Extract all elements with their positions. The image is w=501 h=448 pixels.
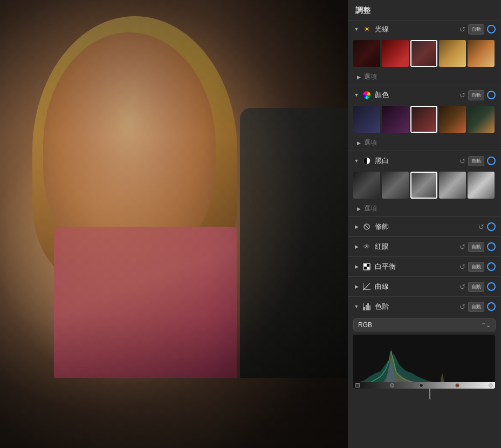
- wb-toggle[interactable]: [487, 262, 496, 271]
- divider-3: [348, 216, 501, 217]
- color-reset-btn[interactable]: ↺: [459, 91, 465, 99]
- levels-icon: [362, 302, 372, 311]
- chevron-bw[interactable]: ▼: [353, 158, 360, 164]
- curves-icon: [362, 282, 372, 291]
- bw-thumbnail-strip: [348, 169, 501, 202]
- levels-reset-btn[interactable]: ↺: [459, 303, 465, 311]
- thumbnail-light-2[interactable]: [410, 40, 437, 67]
- redeye-icon: 👁: [362, 242, 372, 252]
- bw-toggle[interactable]: [487, 157, 496, 165]
- thumbnail-light-1[interactable]: [382, 40, 409, 67]
- bw-options-label: 選項: [364, 204, 377, 213]
- divider-2: [348, 151, 501, 151]
- histogram-section: RGB ⌃⌄: [348, 315, 501, 403]
- light-options-label: 選項: [364, 72, 377, 82]
- wb-reset-btn[interactable]: ↺: [459, 263, 465, 271]
- redeye-auto-btn[interactable]: 自動: [468, 242, 484, 252]
- color-auto-btn[interactable]: 自動: [468, 90, 484, 100]
- section-redeye-label: 紅眼: [375, 242, 459, 252]
- chevron-wb[interactable]: ▶: [353, 263, 360, 270]
- thumbnail-bw-4[interactable]: [468, 172, 495, 199]
- divider-5: [348, 256, 501, 257]
- bw-reset-btn[interactable]: ↺: [459, 157, 465, 165]
- light-controls: ↺ 自動: [459, 24, 496, 35]
- retouch-icon: [362, 222, 372, 232]
- section-bw[interactable]: ▼ 黑白 ↺ 自動: [348, 152, 501, 169]
- bw-controls: ↺ 自動: [459, 156, 496, 166]
- slider-black-handle[interactable]: [355, 383, 360, 388]
- thumbnail-light-0[interactable]: [353, 40, 380, 67]
- color-options-row[interactable]: ▶ 選項: [348, 136, 501, 150]
- section-retouch[interactable]: ▶ 修飾 ↺: [348, 218, 501, 235]
- curves-controls: ↺ 自動: [459, 282, 496, 292]
- section-light[interactable]: ▼ ☀ 光線 ↺ 自動: [348, 21, 501, 38]
- color-options-label: 選項: [364, 138, 377, 147]
- adjustment-panel: 調整 ▼ ☀ 光線 ↺ 自動 ▶ 選項: [348, 0, 501, 448]
- panel-scroll-area[interactable]: ▼ ☀ 光線 ↺ 自動 ▶ 選項 ▼: [348, 21, 501, 448]
- photo-canvas: [0, 0, 348, 448]
- histogram-channel-dropdown[interactable]: RGB ⌃⌄: [353, 318, 496, 331]
- chevron-levels[interactable]: ▼: [353, 303, 360, 310]
- level-indicator-line: [429, 389, 430, 399]
- color-toggle[interactable]: [487, 91, 496, 99]
- color-controls: ↺ 自動: [459, 90, 496, 100]
- thumbnail-light-3[interactable]: [439, 40, 466, 67]
- light-auto-btn[interactable]: 自動: [468, 24, 484, 35]
- section-levels-label: 色階: [375, 302, 459, 311]
- thumbnail-bw-2[interactable]: [410, 172, 437, 199]
- thumbnail-color-3[interactable]: [439, 106, 466, 133]
- thumbnail-color-0[interactable]: [353, 106, 380, 133]
- slider-mid-handle[interactable]: [419, 383, 423, 388]
- curves-reset-btn[interactable]: ↺: [459, 283, 465, 291]
- svg-line-1: [365, 225, 368, 228]
- section-retouch-label: 修飾: [375, 222, 478, 232]
- thumbnail-color-2[interactable]: [410, 106, 437, 133]
- bw-auto-btn[interactable]: 自動: [468, 156, 484, 166]
- section-wb[interactable]: ▶ 白平衡 ↺ 自動: [348, 258, 501, 275]
- chevron-bw-options[interactable]: ▶: [355, 206, 362, 212]
- histogram-display: [353, 335, 495, 389]
- curves-auto-btn[interactable]: 自動: [468, 282, 484, 292]
- divider-4: [348, 236, 501, 237]
- chevron-color[interactable]: ▼: [353, 92, 360, 98]
- light-thumbnail-strip: [348, 38, 501, 70]
- light-options-row[interactable]: ▶ 選項: [348, 70, 501, 84]
- section-levels[interactable]: ▼ 色階 ↺ 自動: [348, 298, 501, 315]
- redeye-toggle[interactable]: [487, 242, 496, 251]
- thumbnail-bw-3[interactable]: [439, 172, 466, 199]
- wb-auto-btn[interactable]: 自動: [468, 262, 484, 272]
- thumbnail-color-4[interactable]: [468, 106, 495, 133]
- curves-toggle[interactable]: [487, 282, 496, 291]
- levels-auto-btn[interactable]: 自動: [468, 302, 484, 312]
- bw-options-row[interactable]: ▶ 選項: [348, 202, 501, 215]
- dropdown-arrow-icon: ⌃⌄: [481, 322, 491, 329]
- redeye-reset-btn[interactable]: ↺: [459, 243, 465, 251]
- section-redeye[interactable]: ▶ 👁 紅眼 ↺ 自動: [348, 238, 501, 255]
- slider-white-handle[interactable]: [489, 383, 493, 388]
- thumbnail-bw-1[interactable]: [382, 172, 409, 199]
- retouch-toggle[interactable]: [487, 222, 496, 231]
- levels-toggle[interactable]: [487, 302, 496, 311]
- section-curves[interactable]: ▶ 曲線 ↺ 自動: [348, 278, 501, 295]
- section-color[interactable]: ▼ 顏色 ↺ 自動: [348, 86, 501, 104]
- chevron-color-options[interactable]: ▶: [355, 140, 362, 146]
- wb-icon: [362, 262, 372, 271]
- color-wheel-icon: [362, 90, 372, 100]
- wb-controls: ↺ 自動: [459, 262, 496, 272]
- thumbnail-color-1[interactable]: [382, 106, 409, 133]
- light-toggle[interactable]: [487, 25, 496, 33]
- chevron-light-options[interactable]: ▶: [355, 74, 362, 80]
- thumbnail-bw-0[interactable]: [353, 172, 380, 199]
- chevron-curves[interactable]: ▶: [353, 283, 360, 290]
- thumbnail-light-4[interactable]: [468, 40, 495, 67]
- chevron-redeye[interactable]: ▶: [353, 243, 360, 250]
- light-reset-btn[interactable]: ↺: [459, 25, 465, 33]
- chevron-light[interactable]: ▼: [353, 26, 360, 32]
- sun-icon: ☀: [362, 24, 372, 34]
- bw-icon: [362, 156, 372, 166]
- retouch-reset-btn[interactable]: ↺: [478, 223, 484, 231]
- divider-6: [348, 276, 501, 277]
- chevron-retouch[interactable]: ▶: [353, 223, 360, 230]
- color-thumbnail-strip: [348, 104, 501, 136]
- levels-controls: ↺ 自動: [459, 302, 496, 312]
